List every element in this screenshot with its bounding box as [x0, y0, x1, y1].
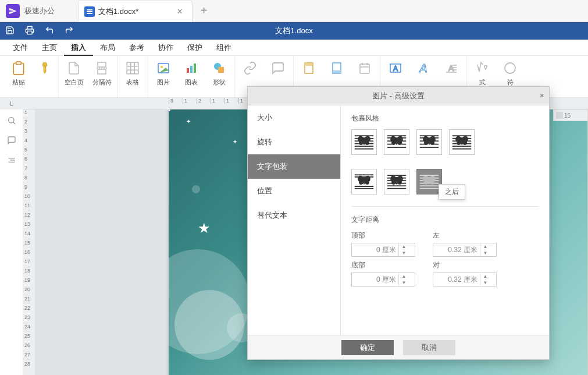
print-icon[interactable]: [20, 26, 40, 37]
wordart-button[interactable]: A: [413, 59, 434, 77]
wrap-option-2[interactable]: [416, 129, 442, 155]
svg-rect-39: [355, 135, 373, 136]
comment-icon: [269, 59, 287, 77]
svg-rect-53: [387, 147, 406, 148]
svg-rect-3: [98, 69, 106, 74]
tab-close-icon[interactable]: ×: [173, 6, 186, 17]
menu-item-6[interactable]: 保护: [180, 40, 209, 56]
link-button[interactable]: [240, 59, 261, 77]
spin-up-icon[interactable]: ▲: [480, 273, 490, 280]
textbox-button[interactable]: A: [385, 59, 406, 77]
menu-item-0[interactable]: 文件: [6, 40, 35, 56]
wrap-style-grid: 之后: [351, 129, 539, 194]
wrap-option-1[interactable]: [384, 129, 409, 155]
dialog-nav-item-3[interactable]: 位置: [248, 179, 340, 203]
add-tab-button[interactable]: +: [193, 4, 216, 17]
spin-up-icon[interactable]: ▲: [399, 243, 409, 250]
symbol-button[interactable]: 符: [500, 59, 521, 87]
dropcap-button[interactable]: A: [441, 59, 462, 77]
spin-up-icon[interactable]: ▲: [399, 273, 409, 280]
svg-rect-12: [187, 68, 189, 73]
spin-up-icon[interactable]: ▲: [480, 243, 490, 250]
footer-button[interactable]: [326, 59, 347, 77]
menu-item-3[interactable]: 布局: [93, 40, 122, 56]
undo-icon[interactable]: [40, 26, 59, 37]
save-icon[interactable]: [0, 26, 20, 37]
doc-icon: [84, 6, 95, 17]
svg-rect-18: [305, 63, 313, 66]
svg-text:A: A: [393, 65, 398, 73]
header-icon: [300, 59, 318, 77]
blank-page-button[interactable]: 空白页: [63, 59, 84, 87]
dist-left-input[interactable]: ▲▼: [433, 243, 497, 257]
strip-icon: [556, 112, 563, 119]
wrap-option-4[interactable]: [351, 169, 377, 194]
title-bar: 极速办公 文档1.docx* × +: [0, 0, 588, 22]
svg-rect-87: [420, 185, 439, 186]
spin-down-icon[interactable]: ▼: [399, 250, 409, 256]
dist-left-label: 左: [433, 231, 497, 240]
resize-handle-nw[interactable]: [169, 109, 171, 112]
svg-rect-54: [396, 137, 397, 145]
menu-item-1[interactable]: 主页: [35, 40, 64, 56]
bubble-decoration: [192, 185, 200, 193]
svg-point-34: [8, 118, 13, 123]
svg-rect-14: [194, 63, 196, 73]
svg-rect-89: [429, 177, 430, 185]
cancel-button[interactable]: 取消: [403, 340, 455, 355]
svg-rect-75: [364, 177, 365, 185]
chart-button[interactable]: 图表: [181, 59, 202, 87]
dialog-close-icon[interactable]: ×: [539, 90, 544, 100]
right-ruler-strip: 15: [553, 109, 588, 121]
svg-text:A: A: [419, 62, 427, 75]
dist-right-input[interactable]: ▲▼: [433, 273, 497, 286]
spin-down-icon[interactable]: ▼: [480, 280, 490, 286]
dialog-nav-item-4[interactable]: 替代文本: [248, 203, 340, 228]
search-icon[interactable]: [6, 115, 17, 126]
outline-icon[interactable]: [6, 155, 17, 165]
comment-button[interactable]: [268, 59, 288, 77]
dialog-nav-item-2[interactable]: 文字包装: [248, 154, 340, 179]
equation-icon: [473, 59, 491, 77]
dist-bottom-input[interactable]: ▲▼: [351, 273, 415, 286]
svg-rect-70: [461, 137, 462, 145]
dialog-nav-item-1[interactable]: 旋转: [248, 130, 340, 154]
dialog-title-bar[interactable]: 图片 - 高级设置 ×: [248, 87, 549, 105]
spin-down-icon[interactable]: ▼: [480, 250, 490, 256]
shape-button[interactable]: 形状: [209, 59, 230, 87]
dialog-content: 包裹风格 之后 文字距离 顶部 ▲▼ 左 ▲▼: [341, 105, 549, 335]
footer-icon: [328, 59, 345, 77]
wrap-option-3[interactable]: [449, 129, 475, 155]
header-button[interactable]: [298, 59, 319, 77]
table-button[interactable]: 表格: [122, 59, 143, 87]
paste-button[interactable]: 粘贴: [8, 59, 29, 87]
dropcap-icon: A: [443, 59, 460, 77]
ok-button[interactable]: 确定: [341, 340, 394, 355]
dialog-nav-item-0[interactable]: 大小: [248, 105, 340, 130]
spin-down-icon[interactable]: ▼: [399, 280, 409, 286]
wrap-option-0[interactable]: [351, 129, 377, 155]
date-button[interactable]: [354, 59, 375, 77]
table-icon: [124, 59, 141, 77]
equation-button[interactable]: 式: [472, 59, 493, 87]
page-break-button[interactable]: 分隔符: [91, 59, 112, 87]
format-painter-button[interactable]: [36, 59, 54, 87]
dialog-footer: 确定 取消: [248, 335, 549, 359]
svg-rect-1: [16, 62, 22, 64]
quick-access-bar: 文档1.docx: [0, 22, 588, 40]
menu-item-5[interactable]: 协作: [151, 40, 180, 56]
redo-icon[interactable]: [59, 26, 79, 37]
menu-item-7[interactable]: 组件: [209, 40, 238, 56]
svg-point-11: [161, 66, 163, 68]
menu-item-4[interactable]: 参考: [122, 40, 151, 56]
text-distance-section: 文字距离 顶部 ▲▼ 左 ▲▼ 底部 ▲▼: [351, 206, 539, 286]
dist-top-input[interactable]: ▲▼: [351, 243, 415, 257]
svg-rect-71: [355, 174, 373, 175]
menu-item-2[interactable]: 插入: [64, 40, 93, 56]
document-tab[interactable]: 文档1.docx* ×: [78, 1, 193, 23]
comments-panel-icon[interactable]: [6, 135, 17, 146]
image-button[interactable]: 图片: [153, 59, 174, 87]
svg-rect-43: [355, 146, 373, 147]
wrap-option-5[interactable]: [384, 169, 409, 194]
svg-line-35: [13, 122, 15, 124]
